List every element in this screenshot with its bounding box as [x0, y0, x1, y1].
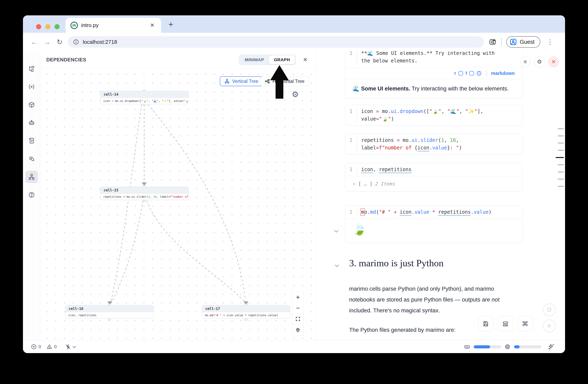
markdown-cell-toolbar: r f markdown	[345, 68, 523, 79]
tab-minimap[interactable]: MINIMAP	[240, 56, 269, 64]
zoom-out-button[interactable]: −	[292, 303, 303, 314]
back-icon[interactable]: ←	[28, 38, 41, 46]
horizontal-tree-icon	[265, 78, 270, 84]
minimap-tick[interactable]	[558, 179, 564, 179]
error-count[interactable]: 0	[31, 344, 41, 350]
collapse-chevron-icon[interactable]	[334, 229, 338, 232]
forward-icon[interactable]: →	[41, 38, 53, 46]
zoom-in-button[interactable]: +	[292, 292, 303, 303]
new-tab-button[interactable]: +	[166, 20, 176, 29]
minimap-tick[interactable]	[558, 150, 564, 151]
info-icon[interactable]	[476, 71, 482, 76]
graph-node-cell-16[interactable]: cell-16 icon, repetitions	[65, 305, 154, 319]
cell-close-icon[interactable]: ✕	[548, 57, 559, 67]
toolbar-divider	[501, 38, 502, 46]
dependency-graph-canvas[interactable]: Vertical Tree Horizontal Tree ⚙ cell-14 …	[40, 69, 315, 340]
graph-node-title: cell-16	[65, 306, 153, 312]
notebook-pane: 1 **🌊 Some UI elements.** Try interactin…	[315, 51, 565, 340]
sidebar-item-logs[interactable]	[25, 135, 38, 147]
vertical-tree-button[interactable]: Vertical Tree	[220, 76, 263, 86]
notebook-cell-md-result[interactable]: 1 mo.md("# " + icon.value * repetitions.…	[345, 206, 523, 243]
minimap-tick-active[interactable]	[556, 157, 564, 158]
play-icon	[546, 323, 552, 328]
profile-button[interactable]: Guest	[506, 36, 540, 48]
line-number: 1	[345, 108, 357, 123]
command-palette-button[interactable]: ⌘	[518, 316, 533, 331]
layout-button[interactable]	[498, 316, 513, 331]
reload-icon[interactable]: ↻	[53, 38, 66, 46]
graph-node-cell-15[interactable]: cell-15 repetitions = mo.ui.slider(1, 16…	[100, 187, 189, 200]
url-bar[interactable]: localhost:2718	[68, 36, 484, 48]
ai-sparkle-icon[interactable]	[547, 343, 555, 350]
tab-close-icon[interactable]: ✕	[148, 21, 156, 29]
site-info-icon[interactable]	[73, 39, 79, 45]
graph-edges	[40, 69, 315, 340]
runtime-status[interactable]	[65, 344, 76, 350]
tab-graph[interactable]: GRAPH	[269, 56, 295, 64]
graph-node-cell-14[interactable]: cell-14 icon = mo.ui.dropdown(["🍃", "🌊",…	[100, 91, 189, 104]
code-text: **🌊 Some UI elements.** Try interacting …	[361, 51, 495, 65]
minimap-tick[interactable]	[558, 128, 564, 129]
cell-settings-icon[interactable]: ⚙	[534, 57, 545, 67]
code-editor[interactable]: 1 **🌊 Some UI elements.** Try interactin…	[345, 51, 523, 67]
code-editor[interactable]: 1 icon = mo.ui.dropdown(["🍃", "🌊", "✨"],…	[345, 105, 523, 125]
sidebar-item-dependency-graph[interactable]	[25, 171, 38, 183]
run-button[interactable]	[543, 320, 556, 332]
line-number: 1	[345, 51, 357, 65]
notebook-cell-dropdown[interactable]: 1 icon = mo.ui.dropdown(["🍃", "🌊", "✨"],…	[345, 105, 523, 126]
save-button[interactable]	[478, 316, 493, 331]
notebook-cell-expression[interactable]: 1 icon, repetitions › [ … ] 2 Items	[345, 163, 523, 192]
memory-icon	[464, 344, 470, 350]
language-label[interactable]: markdown	[491, 71, 515, 76]
cell-actions: ≡ ⚙ ✕	[520, 57, 559, 67]
tab-search-icon[interactable]	[489, 38, 497, 46]
collapsed-list-output[interactable]: › [ … ] 2 Items	[345, 176, 523, 192]
graph-settings-icon[interactable]: ⚙	[292, 90, 299, 99]
sidebar-item-packages[interactable]	[25, 99, 38, 111]
sidebar-item-variables[interactable]	[25, 81, 38, 93]
minimap-tick[interactable]	[558, 164, 564, 165]
browser-menu-icon[interactable]: ⋮	[545, 38, 555, 46]
format-icon[interactable]: f	[465, 71, 467, 76]
fit-view-button[interactable]	[292, 314, 303, 325]
reference-icon[interactable]: r	[454, 71, 456, 76]
code-editor[interactable]: 1 icon, repetitions	[345, 163, 523, 176]
browser-tab[interactable]: m intro.py ✕	[65, 18, 161, 33]
section-collapse-chevron-icon[interactable]	[335, 263, 339, 267]
sidebar-item-scratchpad[interactable]	[25, 153, 38, 165]
minimize-window-button[interactable]	[45, 24, 50, 29]
maximize-window-button[interactable]	[55, 24, 60, 29]
notebook-cell-markdown-intro[interactable]: 1 **🌊 Some UI elements.** Try interactin…	[345, 51, 523, 98]
toolbar-divider	[486, 70, 487, 76]
view-mode-segmented-control: MINIMAP GRAPH	[239, 55, 296, 65]
minimap-tick[interactable]	[558, 186, 564, 187]
browser-window: m intro.py ✕ + ← → ↻ localhost:2718 Gues…	[23, 15, 565, 353]
code-editor[interactable]: 1 repetitions = mo.ui.slider(1, 16,label…	[345, 134, 523, 154]
sidebar-item-file-tree[interactable]	[25, 63, 38, 75]
layout-icon	[502, 321, 509, 327]
markdown-section: 3. marimo is just Python marimo cells pa…	[349, 257, 501, 340]
warning-count-value: 0	[54, 344, 57, 349]
notebook-cell-slider[interactable]: 1 repetitions = mo.ui.slider(1, 16,label…	[345, 134, 523, 154]
minimap-tick[interactable]	[558, 172, 564, 172]
panel-close-icon[interactable]: ✕	[301, 56, 309, 64]
cell-minimap[interactable]	[554, 128, 564, 187]
close-window-button[interactable]	[36, 24, 41, 29]
checkbox-icon[interactable]	[459, 71, 463, 76]
code-text: icon, repetitions	[361, 166, 412, 173]
profile-label: Guest	[520, 39, 535, 45]
warning-count[interactable]: 0	[46, 344, 57, 350]
minimap-tick[interactable]	[558, 135, 564, 136]
sidebar-item-ai-assistant[interactable]	[25, 117, 38, 129]
locate-button[interactable]	[292, 325, 303, 335]
error-count-value: 0	[39, 344, 41, 349]
minimap-tick[interactable]	[558, 143, 564, 143]
checkbox-icon[interactable]	[469, 71, 474, 76]
status-bar: 0 0	[23, 340, 565, 353]
code-editor[interactable]: 1 mo.md("# " + icon.value * repetitions.…	[345, 206, 523, 219]
sidebar-item-help[interactable]	[25, 189, 38, 201]
cell-menu-icon[interactable]: ≡	[520, 57, 531, 67]
cpu-icon	[504, 344, 511, 350]
graph-node-cell-17[interactable]: cell-17 mo.md("# " + icon.value * repeti…	[202, 305, 290, 319]
stop-button[interactable]	[543, 303, 556, 316]
